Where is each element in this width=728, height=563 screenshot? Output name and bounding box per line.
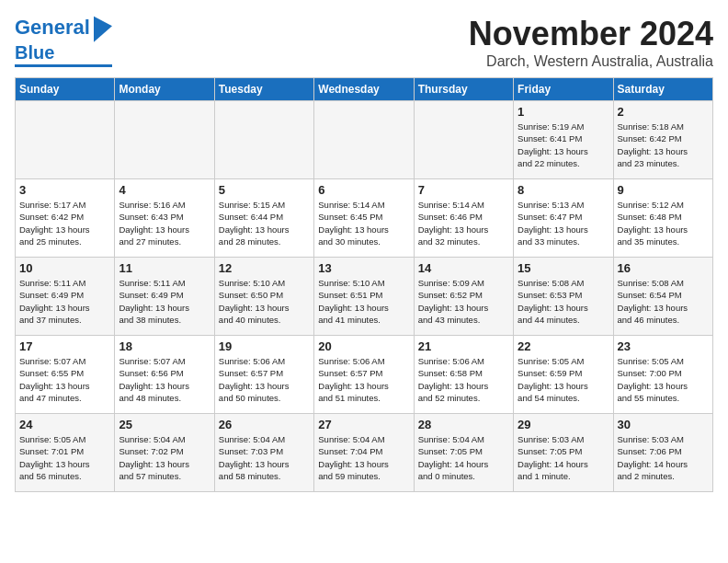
day-number: 18 (119, 339, 210, 353)
calendar-cell: 6Sunrise: 5:14 AM Sunset: 6:45 PM Daylig… (314, 179, 414, 258)
calendar-cell: 18Sunrise: 5:07 AM Sunset: 6:56 PM Dayli… (115, 336, 214, 414)
calendar-cell: 24Sunrise: 5:05 AM Sunset: 7:01 PM Dayli… (16, 414, 115, 492)
calendar-cell: 26Sunrise: 5:04 AM Sunset: 7:03 PM Dayli… (214, 414, 313, 492)
day-info: Sunrise: 5:09 AM Sunset: 6:52 PM Dayligh… (418, 277, 509, 326)
calendar-cell: 11Sunrise: 5:11 AM Sunset: 6:49 PM Dayli… (115, 258, 214, 336)
day-number: 11 (119, 261, 210, 275)
day-info: Sunrise: 5:03 AM Sunset: 7:05 PM Dayligh… (518, 433, 609, 482)
day-info: Sunrise: 5:04 AM Sunset: 7:05 PM Dayligh… (418, 433, 509, 482)
day-number: 3 (19, 183, 110, 197)
calendar-cell: 17Sunrise: 5:07 AM Sunset: 6:55 PM Dayli… (16, 336, 115, 414)
title-block: November 2024 Darch, Western Australia, … (469, 15, 713, 70)
day-info: Sunrise: 5:05 AM Sunset: 6:59 PM Dayligh… (518, 355, 609, 404)
day-number: 2 (618, 105, 709, 119)
day-info: Sunrise: 5:06 AM Sunset: 6:57 PM Dayligh… (318, 355, 409, 404)
calendar-cell: 29Sunrise: 5:03 AM Sunset: 7:05 PM Dayli… (514, 414, 613, 492)
calendar-week-row: 24Sunrise: 5:05 AM Sunset: 7:01 PM Dayli… (16, 414, 713, 492)
calendar-cell: 10Sunrise: 5:11 AM Sunset: 6:49 PM Dayli… (16, 258, 115, 336)
day-number: 30 (618, 418, 709, 431)
day-number: 25 (119, 418, 210, 431)
calendar-cell: 7Sunrise: 5:14 AM Sunset: 6:46 PM Daylig… (414, 179, 513, 258)
header-sunday: Sunday (16, 78, 115, 101)
calendar-cell: 20Sunrise: 5:06 AM Sunset: 6:57 PM Dayli… (314, 336, 414, 414)
header-wednesday: Wednesday (314, 78, 414, 101)
day-number: 20 (318, 339, 409, 353)
day-info: Sunrise: 5:04 AM Sunset: 7:04 PM Dayligh… (318, 433, 409, 482)
day-number: 15 (518, 261, 609, 275)
calendar-cell: 30Sunrise: 5:03 AM Sunset: 7:06 PM Dayli… (613, 414, 712, 492)
header-saturday: Saturday (613, 78, 712, 101)
day-info: Sunrise: 5:14 AM Sunset: 6:46 PM Dayligh… (418, 199, 509, 247)
calendar-cell: 8Sunrise: 5:13 AM Sunset: 6:47 PM Daylig… (514, 179, 613, 258)
calendar-cell: 23Sunrise: 5:05 AM Sunset: 7:00 PM Dayli… (613, 336, 712, 414)
calendar-week-row: 17Sunrise: 5:07 AM Sunset: 6:55 PM Dayli… (16, 336, 713, 414)
day-info: Sunrise: 5:04 AM Sunset: 7:02 PM Dayligh… (119, 433, 210, 482)
day-info: Sunrise: 5:11 AM Sunset: 6:49 PM Dayligh… (19, 277, 110, 326)
day-info: Sunrise: 5:07 AM Sunset: 6:56 PM Dayligh… (119, 355, 210, 404)
day-info: Sunrise: 5:07 AM Sunset: 6:55 PM Dayligh… (19, 355, 110, 404)
calendar-week-row: 3Sunrise: 5:17 AM Sunset: 6:42 PM Daylig… (16, 179, 713, 258)
calendar-cell: 4Sunrise: 5:16 AM Sunset: 6:43 PM Daylig… (115, 179, 214, 258)
day-info: Sunrise: 5:16 AM Sunset: 6:43 PM Dayligh… (119, 199, 210, 247)
day-number: 23 (618, 339, 709, 353)
days-header-row: Sunday Monday Tuesday Wednesday Thursday… (16, 78, 713, 101)
logo-underline (15, 64, 112, 67)
day-number: 7 (418, 183, 509, 197)
day-number: 26 (219, 418, 310, 431)
logo-text: General (15, 17, 90, 39)
calendar-cell (115, 101, 214, 179)
calendar-cell (16, 101, 115, 179)
day-info: Sunrise: 5:12 AM Sunset: 6:48 PM Dayligh… (618, 199, 709, 247)
calendar-week-row: 1Sunrise: 5:19 AM Sunset: 6:41 PM Daylig… (16, 101, 713, 179)
day-number: 12 (219, 261, 310, 275)
day-number: 17 (19, 339, 110, 353)
day-number: 1 (518, 105, 609, 119)
calendar-cell: 12Sunrise: 5:10 AM Sunset: 6:50 PM Dayli… (214, 258, 313, 336)
day-info: Sunrise: 5:11 AM Sunset: 6:49 PM Dayligh… (119, 277, 210, 326)
day-info: Sunrise: 5:14 AM Sunset: 6:45 PM Dayligh… (318, 199, 409, 247)
day-info: Sunrise: 5:17 AM Sunset: 6:42 PM Dayligh… (19, 199, 110, 247)
logo-general: General (15, 16, 90, 39)
calendar-cell: 15Sunrise: 5:08 AM Sunset: 6:53 PM Dayli… (514, 258, 613, 336)
logo-arrow-icon (94, 13, 112, 42)
day-number: 10 (19, 261, 110, 275)
calendar-cell: 3Sunrise: 5:17 AM Sunset: 6:42 PM Daylig… (16, 179, 115, 258)
logo: General Blue (15, 15, 112, 67)
calendar-subtitle: Darch, Western Australia, Australia (469, 53, 713, 70)
header-thursday: Thursday (414, 78, 513, 101)
day-info: Sunrise: 5:06 AM Sunset: 6:57 PM Dayligh… (219, 355, 310, 404)
calendar-cell: 9Sunrise: 5:12 AM Sunset: 6:48 PM Daylig… (613, 179, 712, 258)
calendar-cell: 2Sunrise: 5:18 AM Sunset: 6:42 PM Daylig… (613, 101, 712, 179)
calendar-title: November 2024 (469, 15, 713, 53)
day-number: 21 (418, 339, 509, 353)
day-number: 4 (119, 183, 210, 197)
calendar-cell: 22Sunrise: 5:05 AM Sunset: 6:59 PM Dayli… (514, 336, 613, 414)
day-number: 14 (418, 261, 509, 275)
header-friday: Friday (514, 78, 613, 101)
day-info: Sunrise: 5:08 AM Sunset: 6:53 PM Dayligh… (518, 277, 609, 326)
calendar-cell: 25Sunrise: 5:04 AM Sunset: 7:02 PM Dayli… (115, 414, 214, 492)
header-monday: Monday (115, 78, 214, 101)
day-number: 16 (618, 261, 709, 275)
calendar-cell: 27Sunrise: 5:04 AM Sunset: 7:04 PM Dayli… (314, 414, 414, 492)
calendar-cell: 21Sunrise: 5:06 AM Sunset: 6:58 PM Dayli… (414, 336, 513, 414)
day-info: Sunrise: 5:03 AM Sunset: 7:06 PM Dayligh… (618, 433, 709, 482)
day-info: Sunrise: 5:05 AM Sunset: 7:01 PM Dayligh… (19, 433, 110, 482)
day-info: Sunrise: 5:05 AM Sunset: 7:00 PM Dayligh… (618, 355, 709, 404)
calendar-week-row: 10Sunrise: 5:11 AM Sunset: 6:49 PM Dayli… (16, 258, 713, 336)
day-number: 24 (19, 418, 110, 431)
day-number: 22 (518, 339, 609, 353)
day-number: 19 (219, 339, 310, 353)
calendar-cell: 14Sunrise: 5:09 AM Sunset: 6:52 PM Dayli… (414, 258, 513, 336)
calendar-cell: 13Sunrise: 5:10 AM Sunset: 6:51 PM Dayli… (314, 258, 414, 336)
calendar-cell: 1Sunrise: 5:19 AM Sunset: 6:41 PM Daylig… (514, 101, 613, 179)
day-number: 8 (518, 183, 609, 197)
day-info: Sunrise: 5:15 AM Sunset: 6:44 PM Dayligh… (219, 199, 310, 247)
day-info: Sunrise: 5:10 AM Sunset: 6:50 PM Dayligh… (219, 277, 310, 326)
calendar-cell (414, 101, 513, 179)
day-number: 29 (518, 418, 609, 431)
day-info: Sunrise: 5:18 AM Sunset: 6:42 PM Dayligh… (618, 121, 709, 169)
day-info: Sunrise: 5:04 AM Sunset: 7:03 PM Dayligh… (219, 433, 310, 482)
logo-blue: Blue (15, 42, 54, 63)
day-number: 27 (318, 418, 409, 431)
